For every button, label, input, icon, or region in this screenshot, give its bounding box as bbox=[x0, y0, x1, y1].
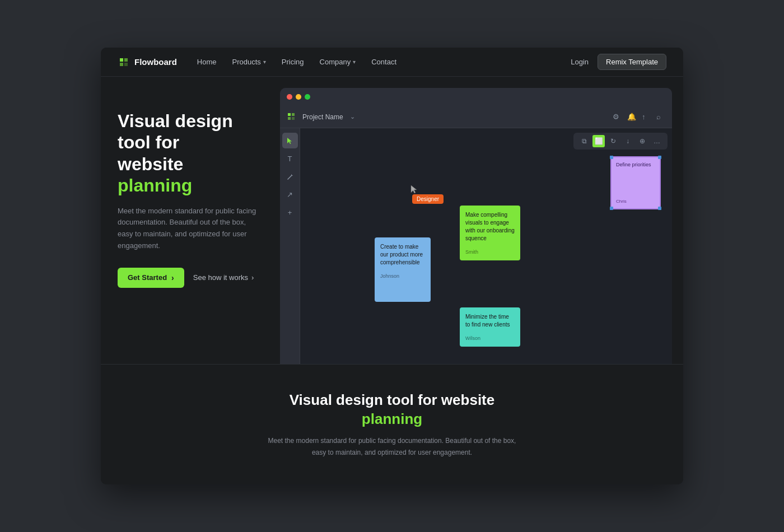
hero-title: Visual design tool for website planning bbox=[118, 110, 258, 197]
settings-icon[interactable]: ⚙ bbox=[613, 113, 622, 122]
logo[interactable]: Flowboard bbox=[118, 56, 177, 68]
copy-icon-btn[interactable]: ⧉ bbox=[578, 135, 590, 147]
second-section: Visual design tool for website planning … bbox=[101, 364, 683, 484]
traffic-light-green[interactable] bbox=[305, 94, 310, 100]
target-icon-btn[interactable]: ⊕ bbox=[636, 135, 648, 147]
sticky-note-author: Smith bbox=[465, 249, 515, 255]
bell-icon[interactable]: 🔔 bbox=[627, 113, 636, 122]
text-tool[interactable]: T bbox=[282, 151, 298, 166]
sticky-note-author: Johnson bbox=[380, 273, 425, 279]
plus-tool[interactable]: + bbox=[282, 204, 298, 220]
nav-home[interactable]: Home bbox=[197, 58, 217, 66]
sticky-note-text: Create to make our product more comprehe… bbox=[380, 243, 425, 267]
company-chevron-icon: ▾ bbox=[353, 59, 356, 65]
second-title: Visual design tool for website planning bbox=[290, 391, 494, 429]
designer-badge: Designer bbox=[412, 194, 444, 204]
corner-handle-br[interactable] bbox=[658, 207, 661, 210]
hero-buttons: Get Started › See how it works › bbox=[118, 268, 258, 288]
topbar-icons: ⚙ 🔔 ↑ ⌕ bbox=[613, 113, 665, 122]
browser-window: Flowboard Home Products ▾ Pricing Compan… bbox=[101, 48, 683, 484]
purple-card[interactable]: Define priorities Chris bbox=[610, 156, 661, 209]
nav-contact[interactable]: Contact bbox=[371, 58, 396, 66]
login-button[interactable]: Login bbox=[571, 58, 589, 66]
sticky-note-teal[interactable]: Minimize the time to find new clients Wi… bbox=[460, 307, 520, 347]
purple-card-title: Define priorities bbox=[616, 162, 655, 167]
nav-links: Home Products ▾ Pricing Company ▾ Contac… bbox=[197, 58, 571, 66]
upload-icon[interactable]: ↑ bbox=[642, 113, 651, 122]
corner-handle-bl[interactable] bbox=[610, 207, 613, 210]
second-description: Meet the modern standard for public faci… bbox=[263, 435, 521, 458]
more-icon-btn[interactable]: … bbox=[651, 135, 663, 147]
corner-handle-tl[interactable] bbox=[610, 156, 613, 159]
rotate-icon-btn[interactable]: ↻ bbox=[607, 135, 619, 147]
arrow-small-icon: › bbox=[251, 273, 254, 282]
app-titlebar bbox=[280, 88, 672, 106]
canvas-toolbar: ⧉ ⬜ ↻ ↓ ⊕ … bbox=[573, 133, 668, 150]
sticky-note-blue[interactable]: Create to make our product more comprehe… bbox=[375, 237, 431, 302]
sticky-note-green[interactable]: Make compelling visuals to engage with o… bbox=[460, 206, 520, 260]
navbar: Flowboard Home Products ▾ Pricing Compan… bbox=[101, 48, 683, 77]
frame-icon-btn[interactable]: ⬜ bbox=[592, 135, 605, 147]
logo-text: Flowboard bbox=[134, 57, 177, 67]
nav-company[interactable]: Company ▾ bbox=[320, 58, 356, 66]
nav-products[interactable]: Products ▾ bbox=[232, 58, 266, 66]
project-name: Project Name bbox=[302, 113, 343, 121]
sticky-note-author: Wilson bbox=[465, 335, 515, 341]
corner-handle-tr[interactable] bbox=[658, 156, 661, 159]
see-how-button[interactable]: See how it works › bbox=[193, 273, 254, 282]
arrow-tool[interactable]: ↗ bbox=[282, 186, 298, 202]
search-icon[interactable]: ⌕ bbox=[656, 113, 665, 122]
hero-description: Meet the modern standard for public faci… bbox=[118, 206, 258, 252]
products-chevron-icon: ▾ bbox=[263, 59, 266, 65]
purple-card-author: Chris bbox=[616, 199, 655, 204]
second-title-highlight: planning bbox=[362, 410, 422, 427]
cursor-tool[interactable] bbox=[282, 133, 298, 148]
app-topbar: Project Name ⌄ ⚙ 🔔 ↑ ⌕ bbox=[280, 106, 672, 128]
download-icon-btn[interactable]: ↓ bbox=[622, 135, 634, 147]
traffic-light-yellow[interactable] bbox=[296, 94, 301, 100]
remix-button[interactable]: Remix Template bbox=[598, 54, 666, 70]
pen-tool[interactable] bbox=[282, 169, 298, 184]
arrow-icon: › bbox=[171, 273, 174, 282]
nav-pricing[interactable]: Pricing bbox=[282, 58, 304, 66]
project-dropdown-icon[interactable]: ⌄ bbox=[350, 113, 355, 120]
nav-actions: Login Remix Template bbox=[571, 54, 666, 70]
sticky-note-text: Minimize the time to find new clients bbox=[465, 313, 515, 329]
sticky-note-text: Make compelling visuals to engage with o… bbox=[465, 211, 515, 242]
get-started-button[interactable]: Get Started › bbox=[118, 268, 184, 288]
traffic-light-red[interactable] bbox=[287, 94, 292, 100]
